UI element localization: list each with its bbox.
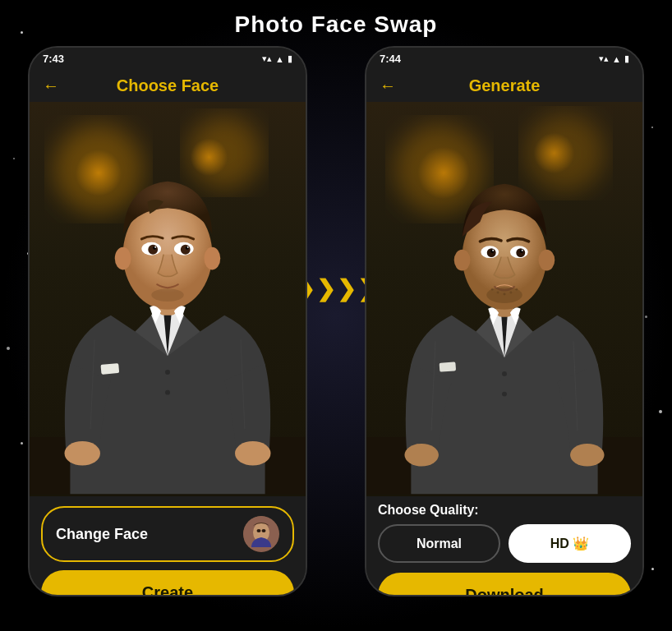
svg-point-19 bbox=[64, 441, 99, 466]
quality-buttons: Normal HD 👑 bbox=[378, 524, 631, 563]
left-back-arrow[interactable]: ← bbox=[43, 76, 59, 95]
right-photo-area bbox=[366, 102, 642, 496]
right-phone: 7:44 ▾▴ ▲ ▮ ← Generate bbox=[365, 46, 644, 596]
svg-point-14 bbox=[154, 246, 156, 248]
right-person-svg bbox=[366, 102, 642, 496]
svg-point-45 bbox=[497, 292, 499, 294]
right-status-bar: 7:44 ▾▴ ▲ ▮ bbox=[366, 48, 642, 70]
phones-container: 7:43 ▾▴ ▲ ▮ ← Choose Face bbox=[0, 46, 672, 596]
svg-point-10 bbox=[148, 245, 158, 255]
normal-quality-button[interactable]: Normal bbox=[378, 524, 500, 563]
hd-quality-button[interactable]: HD 👑 bbox=[509, 524, 631, 563]
left-phone: 7:43 ▾▴ ▲ ▮ ← Choose Face bbox=[28, 46, 307, 596]
create-button[interactable]: Create bbox=[41, 570, 294, 596]
svg-point-6 bbox=[115, 247, 131, 270]
svg-point-27 bbox=[395, 125, 485, 214]
signal-icon: ▾▴ bbox=[262, 53, 272, 64]
svg-point-17 bbox=[165, 370, 170, 375]
arrow-2: ❯ bbox=[316, 275, 335, 302]
arrow-3: ❯ bbox=[337, 275, 356, 302]
left-header: ← Choose Face bbox=[30, 70, 306, 102]
svg-point-51 bbox=[404, 444, 439, 467]
quality-section: Choose Quality: Normal HD 👑 Download bbox=[366, 496, 642, 596]
left-status-icons: ▾▴ ▲ ▮ bbox=[262, 53, 292, 64]
svg-point-25 bbox=[257, 529, 261, 532]
right-battery-icon: ▮ bbox=[624, 53, 629, 64]
svg-rect-30 bbox=[440, 362, 456, 371]
svg-point-49 bbox=[502, 371, 507, 376]
svg-point-50 bbox=[502, 392, 507, 397]
svg-point-0 bbox=[54, 125, 144, 214]
left-header-title: Choose Face bbox=[117, 76, 219, 95]
right-photo-bg bbox=[366, 102, 642, 496]
face-thumbnail bbox=[243, 516, 279, 552]
right-status-icons: ▾▴ ▲ ▮ bbox=[599, 53, 629, 64]
svg-point-47 bbox=[509, 292, 512, 294]
svg-point-11 bbox=[181, 245, 191, 255]
svg-point-48 bbox=[515, 288, 518, 291]
left-phone-bottom: Change Face Create bbox=[30, 496, 306, 596]
right-header-title: Generate bbox=[469, 76, 541, 95]
svg-point-44 bbox=[491, 288, 494, 291]
svg-point-52 bbox=[570, 444, 605, 467]
right-time: 7:44 bbox=[380, 53, 401, 65]
left-status-bar: 7:43 ▾▴ ▲ ▮ bbox=[30, 48, 306, 70]
svg-point-1 bbox=[188, 117, 261, 190]
svg-point-34 bbox=[539, 250, 555, 271]
wifi-icon: ▲ bbox=[275, 54, 284, 64]
page-title: Photo Face Swap bbox=[0, 0, 672, 46]
svg-point-41 bbox=[492, 250, 494, 251]
svg-rect-3 bbox=[100, 363, 119, 375]
left-time: 7:43 bbox=[43, 53, 64, 65]
change-face-button[interactable]: Change Face bbox=[41, 506, 294, 562]
right-wifi-icon: ▲ bbox=[612, 54, 621, 64]
svg-point-7 bbox=[204, 247, 220, 270]
svg-point-33 bbox=[454, 250, 471, 271]
battery-icon: ▮ bbox=[288, 53, 292, 64]
svg-point-42 bbox=[522, 250, 523, 251]
quality-label: Choose Quality: bbox=[378, 503, 631, 518]
left-person-svg bbox=[30, 102, 306, 496]
svg-point-20 bbox=[235, 441, 270, 466]
right-signal-icon: ▾▴ bbox=[599, 53, 609, 64]
arrow-container: ❯ ❯ ❯ ❯ bbox=[307, 275, 365, 302]
left-photo-area bbox=[30, 102, 306, 496]
svg-point-26 bbox=[262, 529, 266, 532]
svg-point-15 bbox=[187, 246, 189, 248]
right-header: ← Generate bbox=[366, 70, 642, 102]
svg-point-28 bbox=[527, 114, 605, 192]
svg-point-37 bbox=[487, 248, 496, 257]
change-face-label: Change Face bbox=[56, 526, 148, 543]
download-button[interactable]: Download bbox=[378, 573, 631, 596]
svg-point-16 bbox=[151, 288, 184, 302]
svg-point-38 bbox=[516, 248, 525, 257]
svg-point-18 bbox=[165, 390, 170, 395]
left-photo-bg bbox=[30, 102, 306, 496]
right-back-arrow[interactable]: ← bbox=[380, 76, 396, 95]
svg-point-46 bbox=[504, 293, 506, 296]
